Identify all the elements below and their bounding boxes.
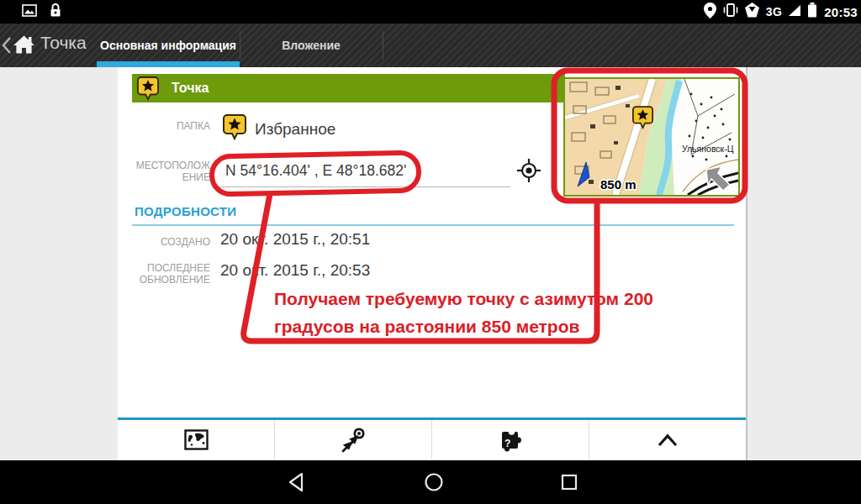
annotation-text: Получаем требуемую точку с азимутом 200 … (274, 285, 653, 340)
back-triangle-icon (286, 471, 306, 493)
selected-tab-underline (97, 61, 240, 67)
bottom-toolbar: ? (118, 420, 746, 459)
details-heading: ПОДРОБНОСТИ (135, 204, 236, 218)
signal-triangle-icon (789, 4, 800, 19)
project-waypoint-button[interactable] (274, 420, 431, 459)
my-location-icon (516, 158, 541, 183)
screen: 3G 20:53 Точка Основная информация Вложе… (0, 0, 861, 504)
annotation-line2: градусов на растоянии 850 метров (274, 312, 653, 340)
status-bar: 3G 20:53 (0, 0, 861, 24)
waypoint-title: Точка (172, 81, 209, 96)
screenshot-icon (22, 4, 37, 20)
location-pin-icon (704, 3, 716, 22)
map-place-label: Ульяновск-Ц (682, 144, 734, 154)
network-shield-icon (745, 3, 759, 21)
star-badge-icon (137, 76, 159, 101)
home-icon[interactable] (13, 34, 36, 56)
battery-icon (807, 3, 817, 21)
clock: 20:53 (824, 5, 858, 19)
annotation-line1: Получаем требуемую точку с азимутом 200 (274, 285, 653, 312)
nav-recents-button[interactable] (557, 471, 581, 493)
recents-square-icon (559, 471, 579, 493)
network-type-label: 3G (766, 5, 782, 18)
android-nav-bar (0, 460, 861, 504)
vibrate-icon (723, 3, 738, 21)
nav-home-button[interactable] (422, 471, 446, 493)
location-input[interactable] (217, 156, 510, 187)
created-value: 20 окт. 2015 г., 20:51 (220, 230, 370, 249)
folder-value: Избранное (255, 120, 335, 139)
created-label: СОЗДАНО (132, 236, 210, 248)
geocache-button[interactable]: ? (431, 420, 589, 459)
tab-attachment[interactable]: Вложение (240, 24, 383, 67)
map-icon (184, 429, 209, 450)
lock-icon (49, 3, 62, 21)
project-waypoint-icon (341, 427, 366, 453)
map-thumbnail[interactable]: Ульяновск-Ц 850 m (563, 77, 740, 197)
updated-label: ПОСЛЕДНЕЕ ОБНОВЛЕНИЕ (132, 262, 210, 286)
geocache-icon: ? (499, 428, 522, 452)
waypoint-detail-card: Точка (118, 67, 747, 460)
my-location-button[interactable] (515, 156, 543, 185)
svg-text:?: ? (504, 438, 510, 449)
waypoint-header: Точка (132, 74, 565, 102)
chevron-up-icon (656, 431, 679, 449)
app-bar: Точка Основная информация Вложение (0, 24, 861, 67)
home-circle-icon (424, 471, 444, 493)
map-scale-label: 850 m (600, 177, 637, 192)
location-label: МЕСТОПОЛОЖЕНИЕ (132, 160, 210, 183)
back-chevron-icon[interactable] (2, 36, 13, 55)
details-divider (132, 224, 734, 226)
updated-value: 20 окт. 2015 г., 20:53 (220, 261, 370, 280)
page-title: Точка (40, 33, 87, 53)
folder-star-badge-icon (223, 114, 246, 140)
tab-divider (383, 31, 383, 60)
nav-back-button[interactable] (284, 471, 308, 493)
show-on-map-button[interactable] (118, 420, 274, 459)
collapse-button[interactable] (589, 420, 746, 459)
folder-label: ПАПКА (132, 120, 210, 132)
